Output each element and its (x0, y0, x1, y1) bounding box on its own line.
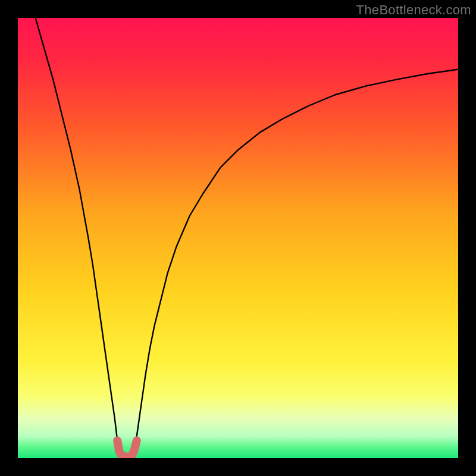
plot-area (18, 18, 458, 458)
watermark-text: TheBottleneck.com (356, 2, 471, 18)
gradient-background (18, 18, 458, 458)
plot-svg (18, 18, 458, 458)
chart-frame: TheBottleneck.com (0, 0, 476, 476)
